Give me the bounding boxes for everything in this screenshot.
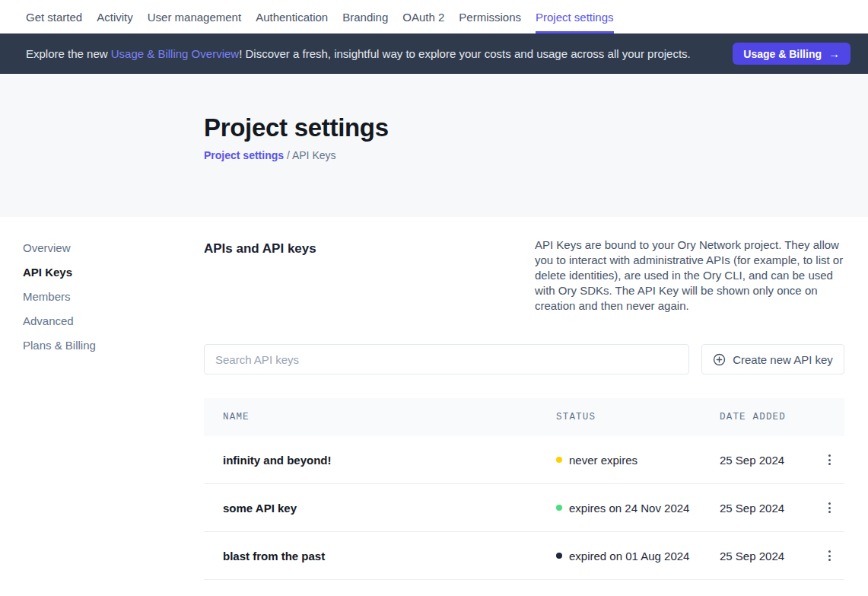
sidebar-item-overview[interactable]: Overview <box>23 241 204 254</box>
tab-authentication[interactable]: Authentication <box>256 0 328 33</box>
tab-permissions[interactable]: Permissions <box>459 0 521 33</box>
api-key-status: expired on 01 Aug 2024 <box>556 550 720 563</box>
status-label: expires on 24 Nov 2024 <box>569 502 689 515</box>
api-keys-table: NAME STATUS DATE ADDED infinity and beyo… <box>204 398 844 580</box>
banner-text-before: Explore the new <box>26 47 111 60</box>
api-key-date-added: 25 Sep 2024 <box>720 550 815 563</box>
column-header-name: NAME <box>223 412 556 422</box>
api-keys-toolbar: Create new API key <box>204 344 844 374</box>
table-row: some API key expires on 24 Nov 2024 25 S… <box>204 484 844 532</box>
create-api-key-label: Create new API key <box>733 353 833 366</box>
sidebar-item-advanced[interactable]: Advanced <box>23 314 204 327</box>
content-area: Overview API Keys Members Advanced Plans… <box>0 217 868 580</box>
row-menu-button[interactable] <box>824 450 835 470</box>
sidebar-item-api-keys[interactable]: API Keys <box>23 266 204 279</box>
column-header-status: STATUS <box>556 412 720 422</box>
breadcrumb-separator: / <box>287 149 290 161</box>
status-label: never expires <box>569 454 637 467</box>
breadcrumb-current: API Keys <box>292 149 336 161</box>
api-key-name: blast from the past <box>223 550 556 563</box>
page-title: Project settings <box>204 113 868 142</box>
plus-circle-icon <box>713 353 726 366</box>
arrow-right-icon: → <box>828 47 840 60</box>
status-dot <box>556 553 562 559</box>
banner-message: Explore the new Usage & Billing Overview… <box>26 47 733 60</box>
sidebar-item-members[interactable]: Members <box>23 290 204 303</box>
api-key-name: some API key <box>223 502 556 515</box>
api-keys-section: APIs and API keys API Keys are bound to … <box>204 217 844 580</box>
settings-sidebar: Overview API Keys Members Advanced Plans… <box>0 217 204 580</box>
table-header-row: NAME STATUS DATE ADDED <box>204 398 844 436</box>
sidebar-item-plans-billing[interactable]: Plans & Billing <box>23 339 204 352</box>
usage-billing-button[interactable]: Usage & Billing → <box>733 43 851 65</box>
api-key-status: never expires <box>556 454 720 467</box>
table-row: infinity and beyond! never expires 25 Se… <box>204 436 844 484</box>
section-description: API Keys are bound to your Ory Network p… <box>535 237 844 314</box>
breadcrumb: Project settings / API Keys <box>204 149 868 161</box>
column-header-date-added: DATE ADDED <box>720 412 815 422</box>
row-menu-button[interactable] <box>824 546 835 566</box>
tab-activity[interactable]: Activity <box>97 0 133 33</box>
row-menu-button[interactable] <box>824 498 835 518</box>
tab-get-started[interactable]: Get started <box>26 0 82 33</box>
status-dot <box>556 505 562 511</box>
top-navigation: Get started Activity User management Aut… <box>0 0 868 33</box>
tab-branding[interactable]: Branding <box>342 0 388 33</box>
tab-user-management[interactable]: User management <box>148 0 241 33</box>
usage-billing-button-label: Usage & Billing <box>743 48 822 60</box>
tab-project-settings[interactable]: Project settings <box>536 0 614 33</box>
banner-text-after: ! Discover a fresh, insightful way to ex… <box>239 47 691 60</box>
status-label: expired on 01 Aug 2024 <box>569 550 689 563</box>
api-key-date-added: 25 Sep 2024 <box>720 502 815 515</box>
create-api-key-button[interactable]: Create new API key <box>701 344 844 374</box>
api-key-date-added: 25 Sep 2024 <box>720 454 815 467</box>
breadcrumb-project-settings-link[interactable]: Project settings <box>204 149 284 161</box>
section-title: APIs and API keys <box>204 237 316 314</box>
search-input[interactable] <box>204 344 689 374</box>
api-key-name: infinity and beyond! <box>223 454 556 467</box>
usage-billing-overview-link[interactable]: Usage & Billing Overview <box>111 47 239 60</box>
api-key-status: expires on 24 Nov 2024 <box>556 502 720 515</box>
page-header: Project settings Project settings / API … <box>0 74 868 217</box>
table-row: blast from the past expired on 01 Aug 20… <box>204 532 844 580</box>
section-intro: APIs and API keys API Keys are bound to … <box>204 237 844 314</box>
status-dot <box>556 457 562 463</box>
usage-billing-banner: Explore the new Usage & Billing Overview… <box>0 33 868 74</box>
tab-oauth2[interactable]: OAuth 2 <box>402 0 444 33</box>
